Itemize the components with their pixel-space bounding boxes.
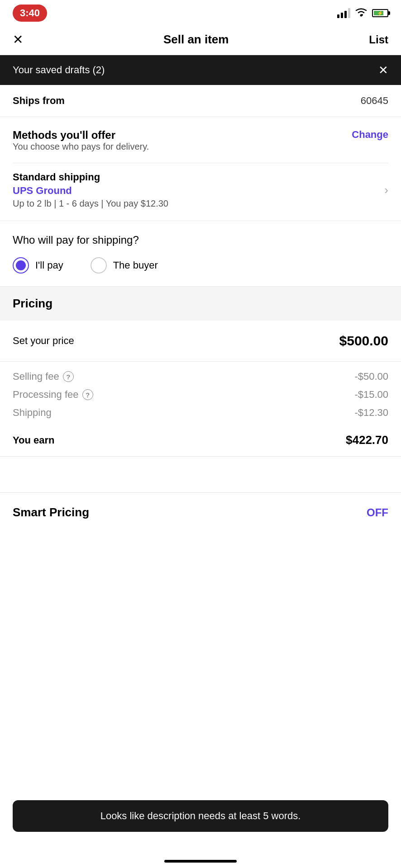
status-time: 3:40 — [13, 5, 47, 22]
close-button[interactable]: ✕ — [13, 32, 23, 47]
toast-text: Looks like description needs at least 5 … — [100, 810, 301, 821]
radio-inner-seller — [16, 260, 26, 270]
processing-fee-label: Processing fee ? — [13, 389, 93, 401]
home-indicator — [164, 860, 237, 863]
set-price-row[interactable]: Set your price $500.00 — [0, 321, 401, 362]
radio-circle-seller[interactable] — [13, 257, 29, 274]
svg-point-0 — [360, 14, 363, 17]
ships-from-label: Ships from — [13, 95, 65, 107]
shipping-chevron-icon: › — [384, 183, 388, 197]
pricing-header: Pricing — [0, 287, 401, 321]
header: ✕ Sell an item List — [0, 24, 401, 55]
smart-pricing-label: Smart Pricing — [13, 505, 89, 519]
methods-subtitle: You choose who pays for delivery. — [13, 142, 149, 152]
selling-fee-label: Selling fee ? — [13, 371, 74, 382]
scroll-area — [0, 457, 401, 493]
battery-icon: ⚡ — [372, 9, 388, 17]
processing-fee-info-icon[interactable]: ? — [82, 389, 93, 400]
you-earn-value: $422.70 — [346, 433, 388, 447]
status-bar: 3:40 ⚡ — [0, 0, 401, 24]
radio-circle-buyer[interactable] — [91, 257, 107, 274]
shipping-option-content: Standard shipping UPS Ground Up to 2 lb … — [13, 171, 384, 209]
drafts-text: Your saved drafts (2) — [13, 64, 105, 76]
methods-section: Methods you'll offer You choose who pays… — [0, 117, 401, 221]
shipping-type: Standard shipping — [13, 171, 384, 183]
shipping-carrier: UPS Ground — [13, 185, 384, 197]
shipping-fee-row: Shipping -$12.30 — [13, 407, 388, 419]
status-icons: ⚡ — [337, 7, 388, 19]
wifi-icon — [355, 7, 368, 19]
page-title: Sell an item — [163, 33, 229, 47]
selling-fee-row: Selling fee ? -$50.00 — [13, 371, 388, 382]
smart-pricing-row[interactable]: Smart Pricing OFF — [0, 493, 401, 532]
methods-title-group: Methods you'll offer You choose who pays… — [13, 129, 149, 161]
who-pays-section: Who will pay for shipping? I'll pay The … — [0, 221, 401, 287]
radio-label-seller: I'll pay — [35, 259, 63, 271]
shipping-fee-value: -$12.30 — [354, 407, 388, 419]
drafts-close-button[interactable]: ✕ — [378, 63, 388, 77]
list-button[interactable]: List — [369, 33, 388, 46]
pricing-title: Pricing — [13, 297, 53, 310]
methods-title: Methods you'll offer — [13, 129, 149, 142]
ships-from-value: 60645 — [361, 95, 388, 107]
toast-notification: Looks like description needs at least 5 … — [13, 800, 388, 832]
main-content: Ships from 60645 Methods you'll offer Yo… — [0, 85, 401, 532]
smart-pricing-value: OFF — [367, 506, 388, 519]
methods-change-button[interactable]: Change — [352, 129, 388, 141]
who-pays-title: Who will pay for shipping? — [13, 234, 388, 246]
set-price-value: $500.00 — [339, 333, 388, 349]
you-earn-label: You earn — [13, 434, 55, 446]
fees-section: Selling fee ? -$50.00 Processing fee ? -… — [0, 362, 401, 457]
processing-fee-row: Processing fee ? -$15.00 — [13, 389, 388, 401]
selling-fee-info-icon[interactable]: ? — [63, 371, 74, 382]
drafts-banner: Your saved drafts (2) ✕ — [0, 55, 401, 85]
radio-options: I'll pay The buyer — [13, 257, 388, 274]
methods-header: Methods you'll offer You choose who pays… — [13, 129, 388, 161]
selling-fee-value: -$50.00 — [354, 371, 388, 382]
ships-from-row: Ships from 60645 — [0, 85, 401, 117]
shipping-option[interactable]: Standard shipping UPS Ground Up to 2 lb … — [13, 163, 388, 212]
you-earn-row: You earn $422.70 — [13, 425, 388, 447]
signal-icon — [337, 8, 350, 18]
processing-fee-value: -$15.00 — [354, 389, 388, 401]
shipping-details: Up to 2 lb | 1 - 6 days | You pay $12.30 — [13, 198, 384, 209]
set-price-label: Set your price — [13, 335, 74, 347]
shipping-fee-label: Shipping — [13, 407, 52, 419]
radio-option-buyer[interactable]: The buyer — [91, 257, 158, 274]
radio-option-seller[interactable]: I'll pay — [13, 257, 63, 274]
radio-label-buyer: The buyer — [113, 259, 158, 271]
